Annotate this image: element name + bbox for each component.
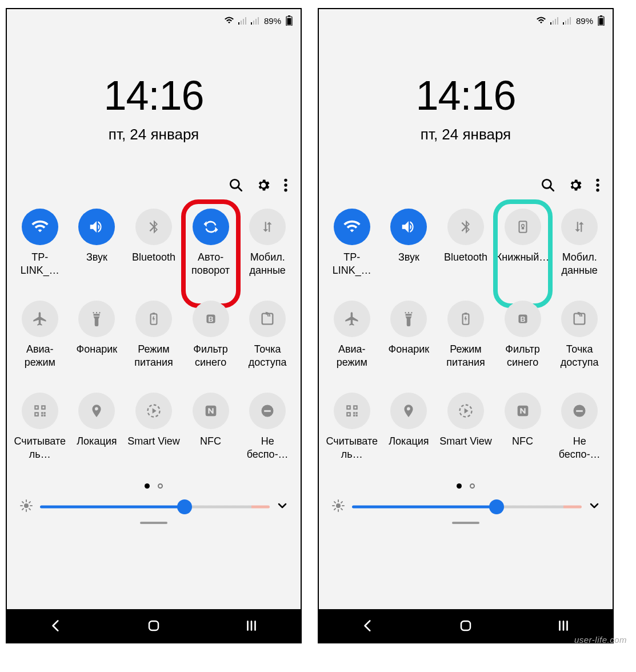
tile-label: Авто-поворот xyxy=(183,251,238,277)
pager-dot-inactive[interactable] xyxy=(470,483,475,489)
pager-dot-inactive[interactable] xyxy=(158,483,163,489)
flashlight-icon[interactable] xyxy=(390,301,427,337)
more-icon[interactable] xyxy=(595,178,600,193)
nav-home[interactable] xyxy=(147,619,161,633)
sound-icon[interactable] xyxy=(390,209,427,245)
location-icon[interactable] xyxy=(78,393,115,429)
smartview-icon[interactable] xyxy=(135,393,172,429)
qr-icon[interactable] xyxy=(334,393,370,429)
bluetooth-icon[interactable] xyxy=(447,209,484,245)
tile-sound[interactable]: Звук xyxy=(69,209,126,277)
tile-dnd[interactable]: Не беспо-… xyxy=(551,393,608,461)
tile-hotspot[interactable]: Точка доступа xyxy=(551,301,608,369)
airplane-icon[interactable] xyxy=(334,301,370,337)
svg-line-59 xyxy=(550,187,554,191)
tile-airplane[interactable]: Авиа-режим xyxy=(11,301,69,369)
tile-bluefilter[interactable]: BФильтр синего xyxy=(494,301,551,369)
tile-sound[interactable]: Звук xyxy=(381,209,438,277)
watermark: user-life.com xyxy=(574,635,627,645)
tile-rotation[interactable]: Книжный… xyxy=(494,209,551,277)
hotspot-icon[interactable] xyxy=(561,301,598,337)
brightness-slider[interactable] xyxy=(40,500,270,514)
time-label: 14:16 xyxy=(319,72,613,119)
search-icon[interactable] xyxy=(541,178,555,193)
gear-icon[interactable] xyxy=(568,178,583,193)
dnd-icon[interactable] xyxy=(561,393,598,429)
tile-smartview[interactable]: Smart View xyxy=(125,393,182,461)
nav-back[interactable] xyxy=(49,618,63,633)
tile-wifi[interactable]: TP-LINK_… xyxy=(323,209,381,277)
pager-dot-active[interactable] xyxy=(457,483,462,489)
more-icon[interactable] xyxy=(283,178,288,193)
tile-flashlight[interactable]: Фонарик xyxy=(381,301,438,369)
gear-icon[interactable] xyxy=(256,178,271,193)
tile-wifi[interactable]: TP-LINK_… xyxy=(11,209,69,277)
pager-dot-active[interactable] xyxy=(145,483,150,489)
tile-location[interactable]: Локация xyxy=(69,393,126,461)
search-icon[interactable] xyxy=(229,178,243,193)
tile-nfc[interactable]: NFC xyxy=(182,393,239,461)
powermode-icon[interactable] xyxy=(135,301,172,337)
bluefilter-icon[interactable]: B xyxy=(193,301,229,337)
battery-percent: 89% xyxy=(264,16,281,26)
chevron-down-icon[interactable] xyxy=(589,500,600,514)
nav-home[interactable] xyxy=(459,619,473,633)
tile-smartview[interactable]: Smart View xyxy=(437,393,494,461)
tile-rotation[interactable]: Авто-поворот xyxy=(182,209,239,277)
bluetooth-icon[interactable] xyxy=(135,209,172,245)
airplane-icon[interactable] xyxy=(22,301,58,337)
tile-flashlight[interactable]: Фонарик xyxy=(69,301,126,369)
powermode-icon[interactable] xyxy=(447,301,484,337)
svg-point-62 xyxy=(596,189,599,191)
tile-label: Мобил. данные xyxy=(552,251,607,277)
tile-label: Авиа-режим xyxy=(325,343,379,369)
svg-point-83 xyxy=(336,503,341,508)
svg-rect-74 xyxy=(353,415,355,417)
sound-icon[interactable] xyxy=(78,209,115,245)
nav-recents[interactable] xyxy=(556,618,571,633)
tile-airplane[interactable]: Авиа-режим xyxy=(323,301,381,369)
nav-recents[interactable] xyxy=(244,618,259,633)
tile-bluefilter[interactable]: BФильтр синего xyxy=(182,301,239,369)
phone-left: 89% 14:16 пт, 24 января TP-LINK_…ЗвукBlu… xyxy=(6,8,302,643)
tile-mobiledata[interactable]: Мобил. данные xyxy=(239,209,296,277)
battery-percent: 89% xyxy=(576,16,593,26)
tile-label: Режим питания xyxy=(126,343,181,369)
dnd-icon[interactable] xyxy=(249,393,286,429)
tile-hotspot[interactable]: Точка доступа xyxy=(239,301,296,369)
tile-location[interactable]: Локация xyxy=(381,393,438,461)
tile-powermode[interactable]: Режим питания xyxy=(437,301,494,369)
svg-line-90 xyxy=(334,509,335,510)
smartview-icon[interactable] xyxy=(447,393,484,429)
nav-back[interactable] xyxy=(361,618,375,633)
qr-icon[interactable] xyxy=(22,393,58,429)
tile-label: Режим питания xyxy=(438,343,493,369)
nfc-icon[interactable] xyxy=(193,393,229,429)
tile-bluetooth[interactable]: Bluetooth xyxy=(125,209,182,277)
tile-powermode[interactable]: Режим питания xyxy=(125,301,182,369)
tile-qr[interactable]: Считыватель… xyxy=(11,393,69,461)
hotspot-icon[interactable] xyxy=(249,301,286,337)
mobiledata-icon[interactable] xyxy=(561,209,598,245)
wifi-icon[interactable] xyxy=(22,209,58,245)
tile-dnd[interactable]: Не беспо-… xyxy=(239,393,296,461)
battery-icon xyxy=(286,15,293,26)
flashlight-icon[interactable] xyxy=(78,301,115,337)
chevron-down-icon[interactable] xyxy=(277,500,288,514)
nfc-icon[interactable] xyxy=(505,393,541,429)
svg-rect-53 xyxy=(567,19,569,25)
tile-nfc[interactable]: NFC xyxy=(494,393,551,461)
portraitlock-icon[interactable] xyxy=(505,209,541,245)
brightness-slider[interactable] xyxy=(352,500,582,514)
tile-qr[interactable]: Считыватель… xyxy=(323,393,381,461)
tile-bluetooth[interactable]: Bluetooth xyxy=(437,209,494,277)
mobiledata-icon[interactable] xyxy=(249,209,286,245)
tile-label: Smart View xyxy=(439,435,492,448)
tile-mobiledata[interactable]: Мобил. данные xyxy=(551,209,608,277)
autorotate-icon[interactable] xyxy=(193,209,229,245)
bluefilter-icon[interactable]: B xyxy=(505,301,541,337)
home-indicator xyxy=(140,522,167,524)
location-icon[interactable] xyxy=(390,393,427,429)
wifi-icon[interactable] xyxy=(334,209,370,245)
status-bar: 89% xyxy=(319,9,613,32)
